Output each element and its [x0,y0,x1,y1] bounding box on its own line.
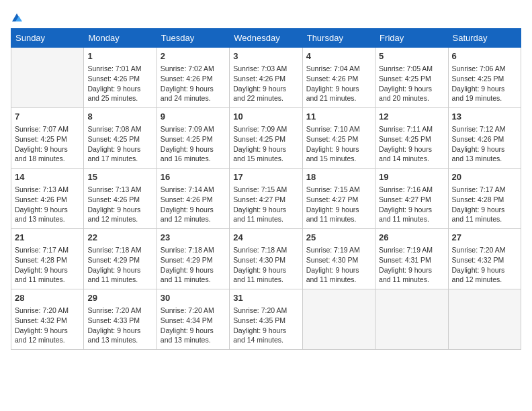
day-cell: 7Sunrise: 7:07 AMSunset: 4:25 PMDaylight… [11,108,84,169]
day-cell: 4Sunrise: 7:04 AMSunset: 4:26 PMDaylight… [302,48,375,108]
day-info: Sunrise: 7:18 AMSunset: 4:29 PMDaylight:… [161,245,226,285]
day-cell: 13Sunrise: 7:12 AMSunset: 4:26 PMDayligh… [448,108,521,169]
day-info: Sunrise: 7:17 AMSunset: 4:28 PMDaylight:… [15,245,80,285]
day-number: 2 [161,50,226,62]
day-info: Sunrise: 7:17 AMSunset: 4:28 PMDaylight:… [452,185,517,224]
week-row-4: 21Sunrise: 7:17 AMSunset: 4:28 PMDayligh… [11,229,521,289]
day-number: 15 [87,171,152,183]
day-cell: 6Sunrise: 7:06 AMSunset: 4:25 PMDaylight… [448,48,521,108]
day-info: Sunrise: 7:11 AMSunset: 4:25 PMDaylight:… [379,124,444,164]
day-cell [11,48,84,108]
day-cell: 3Sunrise: 7:03 AMSunset: 4:26 PMDaylight… [230,48,302,108]
weekday-header-wednesday: Wednesday [230,29,302,48]
day-number: 19 [379,171,444,183]
day-cell: 22Sunrise: 7:18 AMSunset: 4:29 PMDayligh… [84,229,157,289]
day-info: Sunrise: 7:16 AMSunset: 4:27 PMDaylight:… [379,185,444,224]
day-number: 20 [452,171,517,183]
day-cell: 21Sunrise: 7:17 AMSunset: 4:28 PMDayligh… [11,229,84,289]
day-info: Sunrise: 7:15 AMSunset: 4:27 PMDaylight:… [233,185,298,224]
logo-icon [11,12,23,23]
day-cell: 25Sunrise: 7:19 AMSunset: 4:30 PMDayligh… [302,229,375,289]
day-number: 14 [15,171,80,183]
day-number: 12 [379,111,444,123]
day-number: 10 [233,111,298,123]
day-cell: 24Sunrise: 7:18 AMSunset: 4:30 PMDayligh… [230,229,302,289]
day-info: Sunrise: 7:05 AMSunset: 4:25 PMDaylight:… [379,64,444,103]
day-number: 9 [161,111,226,123]
weekday-header-sunday: Sunday [11,29,84,48]
day-info: Sunrise: 7:09 AMSunset: 4:25 PMDaylight:… [233,124,298,164]
day-number: 30 [161,292,226,304]
header [11,11,521,23]
week-row-2: 7Sunrise: 7:07 AMSunset: 4:25 PMDaylight… [11,108,521,169]
day-info: Sunrise: 7:19 AMSunset: 4:31 PMDaylight:… [379,245,444,285]
day-number: 25 [306,232,371,244]
day-info: Sunrise: 7:12 AMSunset: 4:26 PMDaylight:… [452,124,517,164]
day-cell: 12Sunrise: 7:11 AMSunset: 4:25 PMDayligh… [375,108,448,169]
day-cell: 17Sunrise: 7:15 AMSunset: 4:27 PMDayligh… [230,169,302,229]
calendar-table: SundayMondayTuesdayWednesdayThursdayFrid… [11,28,521,350]
day-cell: 30Sunrise: 7:20 AMSunset: 4:34 PMDayligh… [157,289,229,350]
day-info: Sunrise: 7:07 AMSunset: 4:25 PMDaylight:… [15,124,80,164]
day-cell [302,289,375,350]
day-number: 11 [306,111,371,123]
day-info: Sunrise: 7:04 AMSunset: 4:26 PMDaylight:… [306,64,371,103]
day-cell: 23Sunrise: 7:18 AMSunset: 4:29 PMDayligh… [157,229,229,289]
weekday-header-saturday: Saturday [448,29,521,48]
day-info: Sunrise: 7:06 AMSunset: 4:25 PMDaylight:… [452,64,517,103]
day-info: Sunrise: 7:20 AMSunset: 4:33 PMDaylight:… [87,306,152,345]
day-number: 28 [15,292,80,304]
day-cell: 18Sunrise: 7:15 AMSunset: 4:27 PMDayligh… [302,169,375,229]
day-cell [448,289,521,350]
day-info: Sunrise: 7:03 AMSunset: 4:26 PMDaylight:… [233,64,298,103]
day-number: 3 [233,50,298,62]
day-info: Sunrise: 7:08 AMSunset: 4:25 PMDaylight:… [87,124,152,164]
day-number: 4 [306,50,371,62]
day-cell: 15Sunrise: 7:13 AMSunset: 4:26 PMDayligh… [84,169,157,229]
day-cell: 9Sunrise: 7:09 AMSunset: 4:25 PMDaylight… [157,108,229,169]
day-cell: 29Sunrise: 7:20 AMSunset: 4:33 PMDayligh… [84,289,157,350]
page-container: SundayMondayTuesdayWednesdayThursdayFrid… [11,11,521,350]
weekday-header-monday: Monday [84,29,157,48]
day-number: 5 [379,50,444,62]
day-number: 29 [87,292,152,304]
week-row-1: 1Sunrise: 7:01 AMSunset: 4:26 PMDaylight… [11,48,521,108]
day-number: 7 [15,111,80,123]
day-number: 26 [379,232,444,244]
day-number: 13 [452,111,517,123]
day-info: Sunrise: 7:18 AMSunset: 4:30 PMDaylight:… [233,245,298,285]
day-info: Sunrise: 7:20 AMSunset: 4:32 PMDaylight:… [452,245,517,285]
day-number: 1 [87,50,152,62]
day-number: 6 [452,50,517,62]
day-cell [375,289,448,350]
day-number: 23 [161,232,226,244]
weekday-header-tuesday: Tuesday [157,29,229,48]
day-cell: 16Sunrise: 7:14 AMSunset: 4:26 PMDayligh… [157,169,229,229]
week-row-3: 14Sunrise: 7:13 AMSunset: 4:26 PMDayligh… [11,169,521,229]
logo [11,11,23,23]
day-info: Sunrise: 7:18 AMSunset: 4:29 PMDaylight:… [87,245,152,285]
day-number: 21 [15,232,80,244]
day-info: Sunrise: 7:02 AMSunset: 4:26 PMDaylight:… [161,64,226,103]
day-info: Sunrise: 7:20 AMSunset: 4:35 PMDaylight:… [233,306,298,345]
day-cell: 8Sunrise: 7:08 AMSunset: 4:25 PMDaylight… [84,108,157,169]
day-cell: 26Sunrise: 7:19 AMSunset: 4:31 PMDayligh… [375,229,448,289]
weekday-header-thursday: Thursday [302,29,375,48]
day-cell: 28Sunrise: 7:20 AMSunset: 4:32 PMDayligh… [11,289,84,350]
day-cell: 2Sunrise: 7:02 AMSunset: 4:26 PMDaylight… [157,48,229,108]
day-info: Sunrise: 7:19 AMSunset: 4:30 PMDaylight:… [306,245,371,285]
day-cell: 5Sunrise: 7:05 AMSunset: 4:25 PMDaylight… [375,48,448,108]
day-info: Sunrise: 7:01 AMSunset: 4:26 PMDaylight:… [87,64,152,103]
day-number: 18 [306,171,371,183]
day-cell: 1Sunrise: 7:01 AMSunset: 4:26 PMDaylight… [84,48,157,108]
day-number: 8 [87,111,152,123]
day-cell: 10Sunrise: 7:09 AMSunset: 4:25 PMDayligh… [230,108,302,169]
day-number: 27 [452,232,517,244]
weekday-header-row: SundayMondayTuesdayWednesdayThursdayFrid… [11,29,521,48]
day-info: Sunrise: 7:10 AMSunset: 4:25 PMDaylight:… [306,124,371,164]
day-info: Sunrise: 7:13 AMSunset: 4:26 PMDaylight:… [15,185,80,224]
week-row-5: 28Sunrise: 7:20 AMSunset: 4:32 PMDayligh… [11,289,521,350]
day-info: Sunrise: 7:14 AMSunset: 4:26 PMDaylight:… [161,185,226,224]
day-cell: 20Sunrise: 7:17 AMSunset: 4:28 PMDayligh… [448,169,521,229]
day-cell: 11Sunrise: 7:10 AMSunset: 4:25 PMDayligh… [302,108,375,169]
